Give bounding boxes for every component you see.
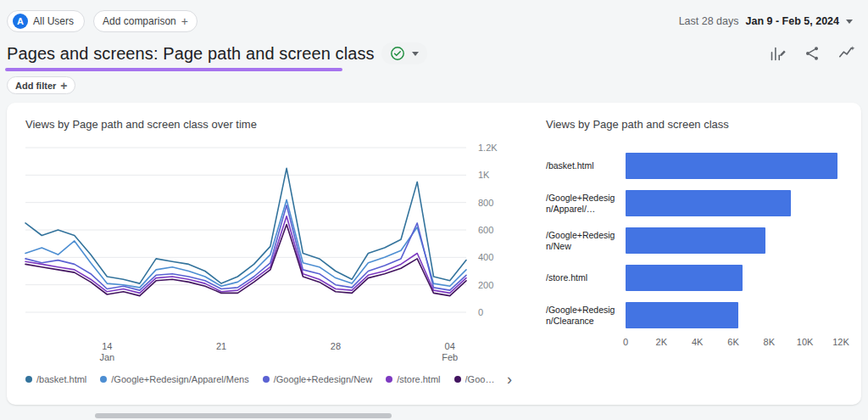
bar-track [626,190,841,216]
bar-axis-tick-label: 6K [727,337,738,347]
bar-row: /basket.html [546,153,841,179]
comparison-bar: A All Users Add comparison + Last 28 day… [0,0,868,37]
line-chart[interactable]: 02004006008001K1.2K [25,143,509,336]
bar-chart: /basket.html/Google+Redesign/Apparel/…/G… [546,153,841,328]
bar-category-label: /Google+Redesign/Apparel/… [546,193,619,215]
bar-axis-tick-label: 8K [764,337,775,347]
share-icon[interactable] [804,45,821,62]
all-users-label: All Users [33,15,74,27]
bar[interactable] [626,153,837,179]
legend-dot [100,376,107,383]
check-circle-icon [390,46,405,61]
bar[interactable] [626,227,765,254]
all-users-avatar: A [13,14,28,29]
line-series [25,205,466,290]
svg-text:1K: 1K [478,170,490,180]
legend-label: /basket.html [36,374,86,384]
legend-label: /Google+Redesign/New [274,374,373,384]
bar-chart-panel: Views by Page path and screen class /bas… [546,118,841,396]
add-comparison-button[interactable]: Add comparison + [93,10,198,32]
legend-dot [263,376,270,383]
line-series [25,168,466,283]
add-filter-button[interactable]: Add filter + [7,76,75,94]
legend-item[interactable]: /Google+Redesign/Apparel/Mens [100,374,248,384]
svg-text:600: 600 [478,225,493,235]
bar[interactable] [626,302,738,328]
bar-chart-title: Views by Page path and screen class [546,118,841,131]
legend-dot [25,376,32,383]
date-range-preset: Last 28 days [679,15,739,27]
page-title: Pages and screens: Page path and screen … [7,44,375,64]
bar-row: /Google+Redesign/Clearance [546,302,841,328]
legend-label: /Google+Redesign/Clearance [465,374,499,384]
x-tick-label: 28 [331,341,341,352]
bar-row: /Google+Redesign/New [546,227,841,254]
legend-label: /Google+Redesign/Apparel/Mens [111,374,248,384]
bar-track [626,302,841,328]
add-comparison-label: Add comparison [103,15,176,27]
bar-track [626,265,841,291]
legend-dot [454,376,461,383]
bar-track [626,227,841,254]
plus-icon: + [181,15,188,27]
report-status-pill[interactable] [381,42,427,64]
x-tick-label: 21 [216,341,226,352]
plus-icon: + [60,80,67,92]
bar-category-label: /basket.html [546,160,619,171]
legend-dot [386,376,392,383]
bar-row: /Google+Redesign/Apparel/… [546,190,841,216]
add-filter-label: Add filter [15,81,56,91]
svg-text:1.2K: 1.2K [478,143,498,153]
line-chart-x-axis: 14Jan212804Feb [25,341,466,367]
bar[interactable] [626,190,791,216]
legend-item[interactable]: /Google+Redesign/New [263,374,373,384]
date-range-value: Jan 9 - Feb 5, 2024 [746,15,839,27]
bar-category-label: /Google+Redesign/New [546,230,619,252]
bar-chart-x-axis: 02K4K6K8K10K12K [626,337,841,352]
bar-category-label: /Google+Redesign/Clearance [546,305,619,327]
bar-track [626,153,841,179]
legend-item[interactable]: /Google+Redesign/Clearance [454,374,499,384]
bar-axis-tick-label: 2K [656,337,667,347]
line-chart-title: Views by Page path and screen class over… [25,118,515,131]
bar-axis-tick-label: 10K [797,337,814,347]
svg-text:200: 200 [478,280,493,290]
legend-label: /store.html [397,374,440,384]
bar-axis-tick-label: 12K [832,337,849,347]
svg-text:800: 800 [478,198,493,208]
bar[interactable] [626,265,743,291]
legend: /basket.html/Google+Redesign/Apparel/Men… [25,374,499,384]
insights-icon[interactable] [837,44,856,63]
legend-row: /basket.html/Google+Redesign/Apparel/Men… [25,370,515,389]
chevron-down-icon [412,52,419,56]
bar-category-label: /store.html [546,272,619,283]
date-range-picker[interactable]: Last 28 days Jan 9 - Feb 5, 2024 [679,15,856,27]
bar-axis-tick-label: 0 [623,337,628,347]
svg-text:0: 0 [478,307,483,317]
x-tick-label: 04Feb [442,341,458,363]
svg-text:400: 400 [478,252,493,262]
legend-scroll-right-icon[interactable]: › [504,370,515,389]
legend-item[interactable]: /basket.html [25,374,86,384]
report-header: Pages and screens: Page path and screen … [0,37,868,64]
bar-axis-tick-label: 4K [692,337,703,347]
bar-row: /store.html [546,265,841,291]
legend-item[interactable]: /store.html [386,374,440,384]
x-tick-label: 14Jan [99,341,114,363]
line-chart-panel: Views by Page path and screen class over… [25,118,515,396]
horizontal-scrollbar[interactable] [95,413,392,418]
chevron-down-icon [846,20,853,24]
customize-report-icon[interactable] [769,45,787,63]
all-users-chip[interactable]: A All Users [7,10,85,32]
report-card: Views by Page path and screen class over… [7,103,861,405]
